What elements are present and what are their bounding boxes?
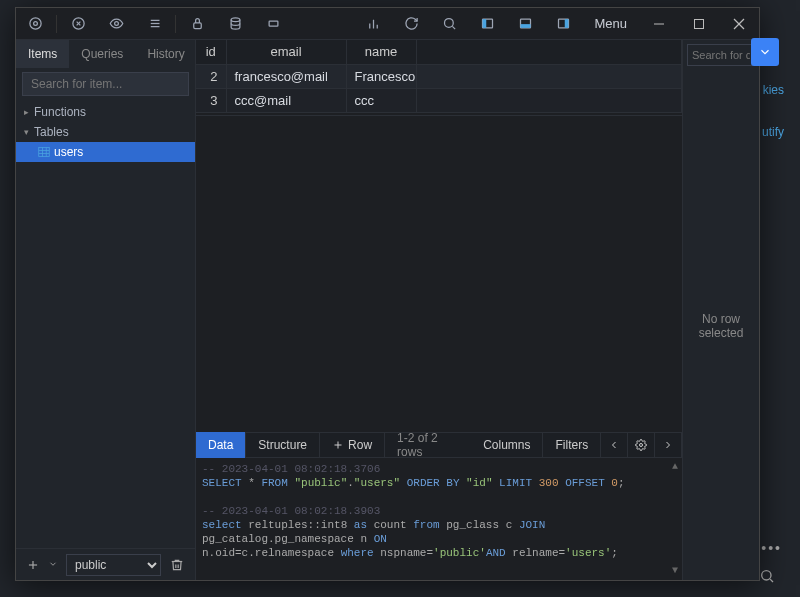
col-header-email[interactable]: email bbox=[226, 40, 346, 64]
svg-rect-22 bbox=[520, 24, 530, 28]
row-count-info: 1-2 of 2 rows bbox=[385, 431, 471, 459]
add-dropdown[interactable] bbox=[48, 557, 62, 572]
col-header-empty bbox=[416, 40, 682, 64]
table-row[interactable]: 3 ccc@mail ccc bbox=[196, 88, 682, 112]
more-icon[interactable]: ••• bbox=[761, 540, 782, 556]
search-icon[interactable] bbox=[430, 8, 468, 40]
eye-icon[interactable] bbox=[97, 8, 135, 40]
scroll-down-icon[interactable]: ▼ bbox=[672, 564, 678, 578]
svg-point-17 bbox=[444, 19, 453, 28]
expand-panel-button[interactable] bbox=[751, 38, 779, 66]
layout-right-icon[interactable] bbox=[544, 8, 582, 40]
sidebar-tab-items[interactable]: Items bbox=[16, 40, 69, 68]
prev-page-button[interactable] bbox=[601, 432, 628, 458]
app-icon[interactable] bbox=[16, 8, 54, 40]
sidebar-tree: ▸Functions ▾Tables users bbox=[16, 100, 195, 548]
cell-name[interactable]: ccc bbox=[346, 88, 416, 112]
bg-link[interactable]: utify bbox=[762, 125, 784, 139]
svg-point-12 bbox=[231, 18, 240, 22]
schema-select[interactable]: public bbox=[66, 554, 161, 576]
columns-button[interactable]: Columns bbox=[471, 432, 543, 458]
list-icon[interactable] bbox=[135, 8, 173, 40]
menu-button[interactable]: Menu bbox=[582, 16, 639, 31]
layout-bottom-icon[interactable] bbox=[506, 8, 544, 40]
sql-ts: -- 2023-04-01 08:02:18.3706 bbox=[202, 463, 380, 475]
tree-label: Functions bbox=[34, 105, 86, 119]
tree-table-users[interactable]: users bbox=[16, 142, 195, 162]
svg-point-3 bbox=[33, 22, 37, 26]
svg-point-2 bbox=[29, 18, 40, 29]
content: id email name 2 francesco@mail Francesco bbox=[196, 40, 682, 580]
tab-data[interactable]: Data bbox=[196, 432, 246, 458]
delete-button[interactable] bbox=[165, 558, 189, 572]
svg-rect-20 bbox=[482, 19, 486, 28]
cell-id[interactable]: 3 bbox=[196, 88, 226, 112]
col-header-id[interactable]: id bbox=[196, 40, 226, 64]
close-tab-icon[interactable] bbox=[59, 8, 97, 40]
svg-point-7 bbox=[114, 22, 118, 26]
table-row[interactable]: 2 francesco@mail Francesco bbox=[196, 64, 682, 88]
tree-label: users bbox=[54, 145, 83, 159]
add-row-button[interactable]: Row bbox=[320, 432, 385, 458]
sql-log: ▲ ▼ -- 2023-04-01 08:02:18.3706 SELECT *… bbox=[196, 458, 682, 580]
add-button[interactable] bbox=[22, 555, 44, 575]
right-panel: No row selected bbox=[682, 40, 759, 580]
sidebar-tab-history[interactable]: History bbox=[135, 40, 196, 68]
search-icon[interactable] bbox=[759, 568, 775, 587]
titlebar: Menu bbox=[16, 8, 759, 40]
maximize-button[interactable] bbox=[679, 8, 719, 40]
sidebar-tab-queries[interactable]: Queries bbox=[69, 40, 135, 68]
sql-icon[interactable] bbox=[254, 8, 292, 40]
svg-rect-24 bbox=[565, 19, 569, 28]
cell-empty bbox=[416, 64, 682, 88]
svg-line-18 bbox=[452, 26, 455, 29]
column-search-input[interactable] bbox=[687, 44, 755, 66]
no-row-selected: No row selected bbox=[683, 72, 759, 580]
next-page-button[interactable] bbox=[655, 432, 682, 458]
chart-icon[interactable] bbox=[354, 8, 392, 40]
refresh-icon[interactable] bbox=[392, 8, 430, 40]
filters-button[interactable]: Filters bbox=[543, 432, 601, 458]
layout-left-icon[interactable] bbox=[468, 8, 506, 40]
settings-button[interactable] bbox=[628, 432, 655, 458]
cell-name[interactable]: Francesco bbox=[346, 64, 416, 88]
svg-rect-13 bbox=[269, 21, 278, 26]
col-header-name[interactable]: name bbox=[346, 40, 416, 64]
tree-label: Tables bbox=[34, 125, 69, 139]
cell-email[interactable]: francesco@mail bbox=[226, 64, 346, 88]
close-button[interactable] bbox=[719, 8, 759, 40]
database-icon[interactable] bbox=[216, 8, 254, 40]
grid-empty-area bbox=[196, 116, 682, 432]
minimize-button[interactable] bbox=[639, 8, 679, 40]
tree-tables[interactable]: ▾Tables bbox=[16, 122, 195, 142]
cell-email[interactable]: ccc@mail bbox=[226, 88, 346, 112]
data-grid: id email name 2 francesco@mail Francesco bbox=[196, 40, 682, 116]
bottom-toolbar: Data Structure Row 1-2 of 2 rows Columns… bbox=[196, 432, 682, 458]
cell-empty bbox=[416, 88, 682, 112]
tab-structure[interactable]: Structure bbox=[246, 432, 320, 458]
lock-icon[interactable] bbox=[178, 8, 216, 40]
svg-point-38 bbox=[640, 444, 643, 447]
sidebar: Items Queries History ▸Functions ▾Tables bbox=[16, 40, 196, 580]
add-row-label: Row bbox=[348, 438, 372, 452]
svg-rect-29 bbox=[39, 148, 50, 157]
app-window: Menu Items Queries History ▸Functions bbox=[15, 7, 760, 581]
svg-point-0 bbox=[762, 571, 771, 580]
svg-rect-11 bbox=[193, 23, 201, 29]
scroll-up-icon[interactable]: ▲ bbox=[672, 460, 678, 474]
cell-id[interactable]: 2 bbox=[196, 64, 226, 88]
sidebar-search-input[interactable] bbox=[22, 72, 189, 96]
sql-ts: -- 2023-04-01 08:02:18.3903 bbox=[202, 505, 380, 517]
svg-rect-26 bbox=[695, 19, 704, 28]
svg-line-1 bbox=[770, 579, 773, 582]
tree-functions[interactable]: ▸Functions bbox=[16, 102, 195, 122]
table-icon bbox=[38, 146, 50, 158]
bg-link[interactable]: kies bbox=[763, 83, 784, 97]
